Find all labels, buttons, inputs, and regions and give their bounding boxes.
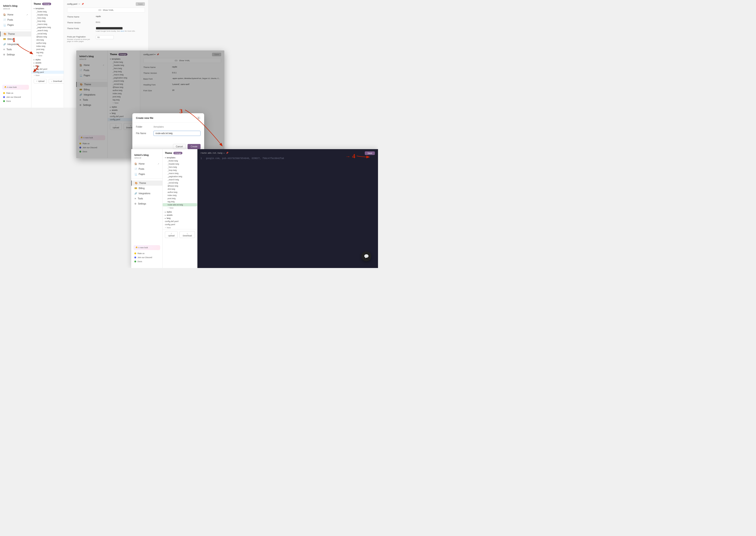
bt-footer[interactable]: _footer.twig [163, 159, 197, 162]
sidebar-item-posts[interactable]: 📄 Posts [0, 17, 31, 22]
bt-post[interactable]: post.twig [163, 197, 197, 200]
bt-assets[interactable]: assets [163, 214, 197, 217]
theme-fonts-input[interactable] [96, 27, 123, 30]
bottom-billing[interactable]: 💳Billing [131, 186, 162, 191]
bt-tag[interactable]: tag.twig [163, 200, 197, 203]
hero-twig[interactable]: _hero.twig [31, 17, 64, 19]
sidebar-divider [0, 29, 31, 30]
bt-route-ads[interactable]: route-ads.txt.twig [163, 203, 197, 206]
download-button[interactable]: ↓ Download [49, 79, 64, 84]
sidebar-item-home[interactable]: 🏠 Home ↗ [0, 12, 31, 17]
bt-index[interactable]: index.twig [163, 194, 197, 197]
header-twig[interactable]: _header.twig [31, 13, 64, 17]
post-twig[interactable]: post.twig [31, 48, 64, 51]
lang-folder[interactable]: lang [31, 64, 64, 68]
bottom-pages[interactable]: 📃Pages [131, 172, 162, 177]
bt-author[interactable]: author.twig [163, 191, 197, 194]
bt-new[interactable]: New [163, 206, 197, 210]
change-badge[interactable]: Change [42, 3, 51, 5]
bottom-posts[interactable]: 📄Posts [131, 166, 162, 172]
sidebar-item-theme-label: Theme [8, 33, 15, 35]
upload-download-bar: ↑ Upload ↓ Download [31, 77, 64, 85]
config-def-yaml[interactable]: config.def.yaml [31, 68, 64, 71]
loop-twig[interactable]: _loop.twig [31, 19, 64, 23]
bottom-home[interactable]: 🏠Home ↗ [131, 161, 162, 166]
bt-loop[interactable]: _loop.twig [163, 169, 197, 172]
index-twig[interactable]: index.twig [31, 45, 64, 48]
bt-lang[interactable]: lang [163, 217, 197, 220]
bt-404[interactable]: 404.twig [163, 187, 197, 191]
sidebar-item-pages[interactable]: 📃 Pages [0, 22, 31, 28]
sidebar-item-settings-label: Settings [7, 53, 15, 56]
bottom-templates-folder[interactable]: templates [163, 156, 197, 159]
config-yaml[interactable]: config.yaml [31, 71, 64, 74]
editor-save-button[interactable]: Save [365, 151, 375, 155]
pagination-twig[interactable]: _pagination.twig [31, 26, 64, 29]
cancel-button[interactable]: Cancel [173, 144, 186, 149]
sidebar-item-billing[interactable]: 💳 Billing [0, 37, 31, 42]
chat-bubble-button[interactable]: 💬 [361, 251, 371, 261]
sidebar-item-integrations-label: Integrations [7, 43, 19, 46]
bottom-tools[interactable]: ✕Tools [131, 196, 162, 201]
folder-value: /templates [154, 126, 200, 128]
new-file-btn-2[interactable]: New [31, 74, 64, 77]
bt-upload-btn[interactable]: ↑ Upload [165, 231, 178, 238]
templates-folder[interactable]: templates [31, 7, 64, 10]
code-editor[interactable]: route-ads.txt.twig ✏ 📌 Save 1 google.com… [197, 149, 378, 268]
bt-config-def[interactable]: config.def.yaml [163, 220, 197, 223]
editor-edit-icon[interactable]: ✏ [223, 151, 224, 155]
base-twig[interactable]: @base.twig [31, 35, 64, 38]
bt-config-yaml[interactable]: config.yaml [163, 223, 197, 226]
docs-item[interactable]: Docs [0, 99, 31, 103]
pin-icon[interactable]: 📌 [82, 3, 84, 5]
bt-styles[interactable]: styles [163, 210, 197, 214]
mid-theme: 🎨Theme [76, 82, 107, 87]
bt-social[interactable]: _social.twig [163, 181, 197, 184]
create-button[interactable]: Create [188, 144, 200, 149]
bottom-docs[interactable]: Docs [131, 259, 162, 263]
bt-hero[interactable]: _hero.twig [163, 165, 197, 169]
bottom-integrations[interactable]: 🔗Integrations [131, 191, 162, 196]
bt-new-2[interactable]: New [163, 226, 197, 229]
sidebar-item-theme[interactable]: 🎨 Theme [0, 31, 31, 37]
assets-folder[interactable]: assets [31, 61, 64, 64]
sidebar-item-integrations[interactable]: 🔗 Integrations [0, 42, 31, 47]
promo-banner[interactable]: 🐣 A new look [2, 85, 29, 90]
bottom-rate[interactable]: Rate us [131, 251, 162, 255]
tag-twig[interactable]: tag.twig [31, 51, 64, 54]
macro-twig[interactable]: _macro.twig [31, 23, 64, 26]
styles-folder[interactable]: styles [31, 58, 64, 61]
social-twig[interactable]: _social.twig [31, 32, 64, 35]
mid-blog-title: Ishini's blog [76, 53, 107, 58]
bottom-settings[interactable]: ⚙Settings [131, 201, 162, 206]
edit-icon[interactable]: ✏ [79, 3, 80, 5]
bt-base[interactable]: @base.twig [163, 184, 197, 187]
author-twig[interactable]: author.twig [31, 42, 64, 45]
rate-us-item[interactable]: Rate us [0, 91, 31, 95]
docs-link[interactable]: docs [120, 30, 124, 32]
bt-download-btn[interactable]: ↓ Download [180, 231, 195, 238]
sidebar-item-tools[interactable]: ✕ Tools [0, 47, 31, 52]
sidebar-item-settings[interactable]: ⚙ Settings [0, 52, 31, 57]
bottom-promo[interactable]: 🐣 A new look [133, 245, 160, 250]
404-twig[interactable]: 404.twig [31, 38, 64, 42]
sidebar-item-pages-label: Pages [7, 24, 14, 26]
bottom-theme[interactable]: 🎨Theme [131, 181, 162, 186]
show-yaml-toggle[interactable]: Show YAML [67, 8, 145, 13]
search-twig[interactable]: _search.twig [31, 29, 64, 32]
upload-button[interactable]: ↑ Upload [34, 79, 47, 84]
posts-per-page-input[interactable] [96, 35, 114, 39]
filename-input[interactable] [154, 131, 200, 136]
footer-twig[interactable]: _footer.twig [31, 10, 64, 13]
bt-macro[interactable]: _macro.twig [163, 172, 197, 175]
dialog-close-button[interactable]: ✕ [196, 116, 200, 120]
bt-header[interactable]: _header.twig [163, 162, 197, 165]
pages-icon: 📃 [3, 24, 6, 26]
discord-item[interactable]: Join our Discord [0, 95, 31, 99]
new-file-button[interactable]: New [31, 54, 64, 57]
bt-search[interactable]: _search.twig [163, 178, 197, 181]
bt-pagination[interactable]: _pagination.twig [163, 175, 197, 178]
editor-pin-icon[interactable]: 📌 [226, 151, 228, 155]
docs-label: Docs [6, 100, 11, 102]
bottom-discord[interactable]: Join our Discord [131, 255, 162, 259]
